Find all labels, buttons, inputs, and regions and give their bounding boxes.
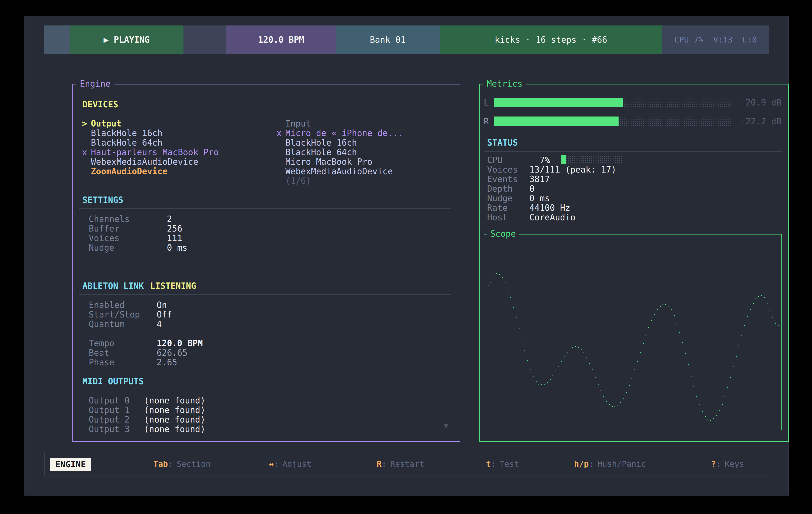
midi-output-row: Output 0(none found): [89, 396, 205, 405]
ableton-link-header: ABLETON LINKLISTENING: [82, 281, 196, 291]
scope-waveform-dot: [629, 385, 630, 386]
scope-waveform-dot: [578, 347, 579, 347]
scope-waveform-dot: [581, 349, 582, 350]
device-option[interactable]: Micro MacBook Pro: [277, 157, 403, 167]
scope-waveform-dot: [510, 297, 511, 298]
scope-waveform-dot: [539, 384, 539, 385]
scope-waveform-dot: [674, 315, 675, 316]
engine-panel: Engine DEVICES >Output BlackHole 16ch Bl…: [72, 84, 460, 442]
scope-waveform-dot: [725, 396, 725, 397]
scope-plot: [484, 235, 781, 430]
scope-waveform-dot: [547, 382, 548, 383]
status-row: Voices13/111 (peak: 17): [487, 165, 616, 175]
device-columns-divider: [264, 120, 264, 190]
settings-list: Channels2 Buffer256 Voices111 Nudge0 ms: [89, 214, 187, 252]
status-header: STATUS: [487, 138, 518, 148]
scope-waveform-dot: [583, 352, 584, 353]
transport-segment: [45, 26, 70, 54]
scope-waveform-dot: [660, 306, 661, 307]
midi-output-row: Output 2(none found): [89, 415, 205, 424]
pattern-display: kicks · 16 steps · #66: [440, 26, 662, 54]
scope-waveform-dot: [705, 416, 706, 417]
scope-panel: Scope: [484, 234, 782, 430]
device-option-highlight[interactable]: ZoomAudioDevice: [82, 167, 219, 176]
meter-left-value: -20.9 dB: [726, 98, 781, 108]
scope-waveform-dot: [679, 332, 680, 333]
scope-waveform-dot: [755, 298, 756, 299]
scope-waveform-dot: [601, 390, 601, 391]
active-x-marker: x: [82, 148, 91, 157]
link-row: EnabledOn: [89, 300, 172, 310]
meter-right-fill: [494, 117, 618, 126]
scope-waveform-dot: [707, 419, 708, 420]
scope-waveform-dot: [513, 307, 514, 308]
device-option[interactable]: BlackHole 64ch: [277, 148, 403, 157]
transport-state: ▶ PLAYING: [70, 26, 183, 54]
cpu-mini-meter-fill: [561, 155, 566, 164]
link-row: Quantum4: [89, 320, 172, 329]
scope-waveform-dot: [589, 363, 590, 364]
device-option-active[interactable]: xHaut-parleurs MacBook Pro: [82, 148, 219, 157]
scope-waveform-dot: [536, 381, 536, 382]
scope-waveform-dot: [555, 370, 556, 371]
meter-left-label: L: [484, 98, 489, 108]
scope-waveform-dot: [516, 318, 517, 318]
link-tempo-list: Tempo120.0 BPM Beat626.65 Phase2.65: [89, 338, 203, 367]
scope-waveform-dot: [626, 392, 627, 393]
scope-waveform-dot: [758, 296, 759, 297]
device-option[interactable]: WebexMediaAudioDevice: [82, 157, 219, 167]
selection-caret-icon: >: [82, 119, 91, 128]
scope-waveform-dot: [770, 310, 771, 311]
scope-waveform-dot: [764, 297, 765, 298]
app-window: ▶ PLAYING · 120.0 BPM Bank 01 kicks · 16…: [24, 16, 789, 495]
scope-waveform-dot: [603, 396, 604, 397]
scope-waveform-dot: [508, 289, 509, 290]
scope-waveform-dot: [519, 329, 520, 329]
scope-waveform-dot: [688, 364, 689, 365]
scope-waveform-dot: [741, 335, 742, 335]
scope-waveform-dot: [614, 406, 615, 407]
scope-waveform-dot: [651, 320, 652, 321]
midi-outputs-divider: [79, 390, 451, 390]
device-option[interactable]: WebexMediaAudioDevice: [277, 167, 403, 176]
scope-waveform-dot: [691, 375, 692, 376]
scope-waveform-dot: [617, 405, 618, 405]
device-option[interactable]: BlackHole 16ch: [277, 138, 403, 148]
setting-row: Voices111: [89, 234, 187, 243]
midi-output-row: Output 1(none found): [89, 405, 205, 415]
scope-waveform-dot: [654, 314, 655, 315]
scope-waveform-dot: [598, 384, 599, 385]
input-list-header: Input: [277, 119, 403, 128]
midi-output-row: Output 3(none found): [89, 424, 205, 434]
scope-waveform-dot: [606, 401, 607, 402]
scope-waveform-dot: [716, 415, 717, 416]
separator-segment: ·: [183, 26, 226, 54]
scope-waveform-dot: [632, 378, 632, 379]
scroll-down-indicator-icon[interactable]: ▼: [443, 421, 448, 430]
shortcut-keys: ?:Keys: [711, 452, 744, 476]
device-option[interactable]: BlackHole 64ch: [82, 138, 219, 148]
meter-left-fill: [494, 98, 623, 107]
scope-waveform-dot: [685, 353, 686, 354]
status-row: Events3817: [487, 175, 616, 184]
scope-waveform-dot: [778, 325, 779, 326]
scope-waveform-dot: [499, 274, 500, 275]
cpu-mini-meter-track: [561, 155, 623, 164]
scope-waveform-dot: [713, 418, 714, 419]
scope-waveform-dot: [595, 377, 596, 377]
scope-waveform-dot: [620, 402, 621, 403]
device-option[interactable]: BlackHole 16ch: [82, 128, 219, 138]
scope-waveform-dot: [744, 325, 745, 326]
settings-header: SETTINGS: [82, 195, 123, 205]
setting-row: Nudge0 ms: [89, 243, 187, 252]
scope-waveform-dot: [527, 360, 528, 361]
bottom-hotkey-bar: ENGINE Tab:Section ↔:Adjust R:Restart t:…: [45, 452, 769, 477]
output-device-list: >Output BlackHole 16ch BlackHole 64ch xH…: [82, 119, 219, 176]
meter-right-track: [494, 117, 732, 126]
device-option-active[interactable]: xMicro de « iPhone de...: [277, 128, 403, 138]
scope-waveform-dot: [702, 411, 703, 412]
scope-waveform-dot: [648, 327, 649, 328]
device-option-output[interactable]: >Output: [82, 119, 219, 128]
scope-waveform-dot: [530, 369, 531, 369]
scope-waveform-dot: [558, 366, 559, 366]
